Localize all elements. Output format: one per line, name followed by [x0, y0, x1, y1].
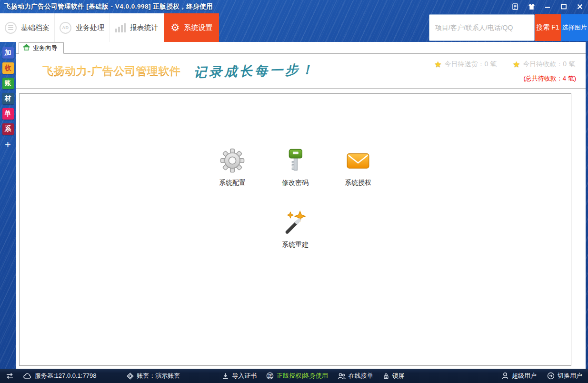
shirt-icon — [528, 3, 536, 10]
nav-tab-label: 基础档案 — [21, 23, 50, 32]
swap-arrows-icon — [6, 373, 14, 379]
wizard-panel: 系统配置 — [19, 93, 571, 366]
rail-button-account[interactable]: 账 — [2, 78, 14, 89]
mail-icon — [345, 147, 371, 174]
shortcut-grid: 系统配置 — [20, 147, 571, 249]
statusbar-right: 超级用户 切换用户 — [501, 372, 582, 380]
rail-button-system[interactable]: 系 — [2, 123, 14, 135]
minimize-button[interactable] — [539, 0, 556, 13]
gear-icon — [219, 147, 246, 174]
online-orders-button[interactable]: 在线接单 — [338, 372, 373, 380]
shortcut-row: 系统配置 — [201, 147, 389, 187]
shortcut-system-license[interactable]: 系统授权 — [327, 147, 389, 187]
home-icon — [23, 44, 30, 52]
main-nav: 基础档案 AD 业务处理 报表统计 ⚙ 系统设置 搜索 F1 — [0, 13, 588, 42]
cloud-icon — [23, 373, 32, 379]
window-controls — [507, 0, 588, 13]
account-set-status: 账套：演示账套 — [127, 372, 180, 380]
nav-tab-label: 报表统计 — [130, 23, 159, 32]
nav-tabs: 基础档案 AD 业务处理 报表统计 ⚙ 系统设置 — [0, 13, 219, 42]
lock-icon — [383, 373, 389, 380]
shortcut-row: 系统重建 — [264, 209, 327, 249]
rail-button-order[interactable]: 单 — [2, 108, 14, 120]
download-icon — [222, 373, 229, 380]
list-circle-icon — [5, 22, 17, 34]
shortcut-label: 系统授权 — [345, 179, 371, 187]
stat-receipt: ★ 今日待收款：0 笔 — [513, 60, 575, 69]
rail-button-receive[interactable]: 收 — [2, 62, 14, 74]
nav-tab-business[interactable]: AD 业务处理 — [55, 13, 110, 42]
user-icon — [501, 372, 509, 380]
search-group: 搜索 F1 选择图片 — [429, 14, 588, 41]
rail-button-material[interactable]: 材 — [2, 93, 14, 104]
shortcut-system-rebuild[interactable]: 系统重建 — [264, 209, 327, 249]
tab-label: 业务向导 — [33, 44, 58, 52]
main-row: 加 收 账 材 单 系 + 业务向导 — [0, 42, 588, 369]
current-user: 超级用户 — [501, 372, 537, 380]
title-bar: 飞扬动力广告公司管理软件 [基础版 - V4.0.0.998] 正版授权，终身使… — [0, 0, 588, 13]
app-window: 飞扬动力广告公司管理软件 [基础版 - V4.0.0.998] 正版授权，终身使… — [0, 0, 588, 383]
star-icon: ★ — [434, 60, 441, 69]
arrow-circle-icon — [547, 372, 555, 380]
search-button[interactable]: 搜索 F1 — [535, 14, 561, 41]
minimize-icon — [544, 3, 551, 10]
close-button[interactable] — [572, 0, 588, 13]
maximize-icon — [560, 3, 567, 10]
window-title: 飞扬动力广告公司管理软件 [基础版 - V4.0.0.998] 正版授权，终身使… — [4, 2, 213, 11]
rail-add-more-button[interactable]: + — [5, 140, 11, 150]
nav-spacer — [219, 13, 429, 42]
nav-tab-reports[interactable]: 报表统计 — [110, 13, 164, 42]
rail-button-add[interactable]: 加 — [2, 47, 14, 59]
notes-icon — [511, 3, 519, 10]
status-bar: 服务器:127.0.0.1:7798 账套：演示账套 导入证书 正 — [0, 369, 588, 383]
people-icon — [338, 373, 346, 380]
tab-business-wizard[interactable]: 业务向导 — [19, 42, 64, 54]
magic-wand-icon — [282, 209, 309, 236]
collapse-toggle[interactable] — [6, 373, 14, 379]
switch-user-button[interactable]: 切换用户 — [547, 372, 582, 380]
lock-screen-button[interactable]: 锁屏 — [383, 372, 405, 380]
key-icon — [282, 147, 309, 174]
shortcut-label: 系统配置 — [219, 179, 246, 187]
gear-icon: ⚙ — [171, 23, 180, 33]
banner-stats: ★ 今日待送货：0 笔 ★ 今日待收款：0 笔 — [434, 60, 575, 69]
svg-text:正: 正 — [268, 374, 272, 378]
nav-tab-system-settings[interactable]: ⚙ 系统设置 — [164, 13, 219, 42]
nav-tab-label: 业务处理 — [76, 23, 104, 32]
total-pending-label: (总共待收款：4 笔) — [524, 74, 577, 83]
nav-tab-label: 系统设置 — [184, 23, 212, 32]
brand-logo-text: 飞扬动力-广告公司管理软件 — [42, 64, 180, 79]
side-rail: 加 收 账 材 单 系 + — [0, 42, 16, 369]
tag-icon — [127, 373, 134, 380]
bar-chart-icon — [115, 23, 126, 32]
server-status: 服务器:127.0.0.1:7798 — [23, 372, 96, 380]
shortcut-system-config[interactable]: 系统配置 — [201, 147, 264, 187]
star-icon: ★ — [513, 60, 520, 69]
shield-badge-icon: 正 — [266, 372, 274, 380]
ad-circle-icon: AD — [60, 22, 71, 34]
close-icon — [577, 3, 583, 10]
pick-image-button[interactable]: 选择图片 — [561, 14, 588, 41]
shortcut-label: 系统重建 — [282, 241, 309, 249]
shortcut-label: 修改密码 — [282, 179, 309, 187]
banner: 飞扬动力-广告公司管理软件 记录成长每一步！ ★ 今日待送货：0 笔 ★ 今日待… — [16, 54, 586, 89]
maximize-button[interactable] — [556, 0, 572, 13]
license-status: 正 正版授权|终身使用 — [266, 372, 328, 380]
slogan-text: 记录成长每一步！ — [194, 61, 316, 81]
skin-button[interactable] — [523, 0, 539, 13]
page-tabstrip: 业务向导 — [16, 42, 586, 54]
nav-tab-basic-files[interactable]: 基础档案 — [0, 13, 55, 42]
notes-button[interactable] — [507, 0, 523, 13]
import-certificate-button[interactable]: 导入证书 — [222, 372, 257, 380]
stat-delivery: ★ 今日待送货：0 笔 — [434, 60, 497, 69]
search-input[interactable] — [429, 14, 535, 41]
shortcut-change-password[interactable]: 修改密码 — [264, 147, 327, 187]
content-area: 业务向导 飞扬动力-广告公司管理软件 记录成长每一步！ ★ 今日待送货：0 笔 … — [16, 42, 586, 369]
